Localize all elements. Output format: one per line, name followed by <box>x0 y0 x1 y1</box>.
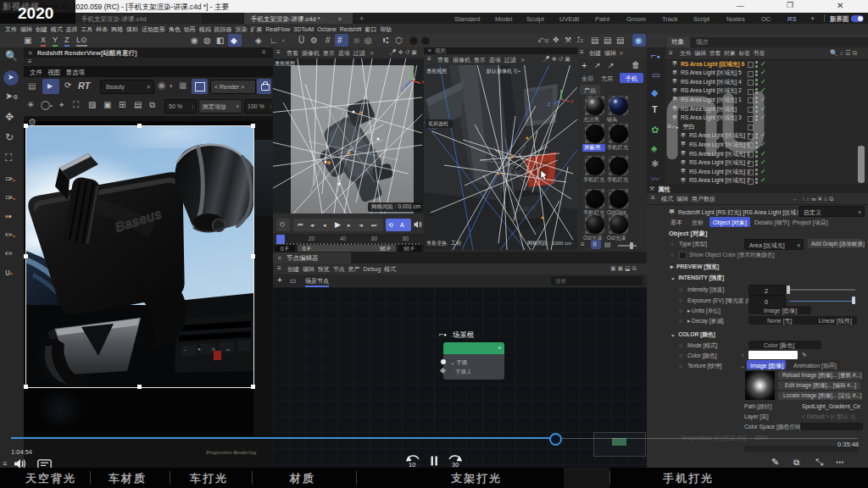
svg-text:Z: Z <box>548 102 550 107</box>
svg-text:X: X <box>570 99 574 104</box>
svg-text:Y: Y <box>413 65 416 70</box>
svg-text:Z: Z <box>401 86 403 92</box>
